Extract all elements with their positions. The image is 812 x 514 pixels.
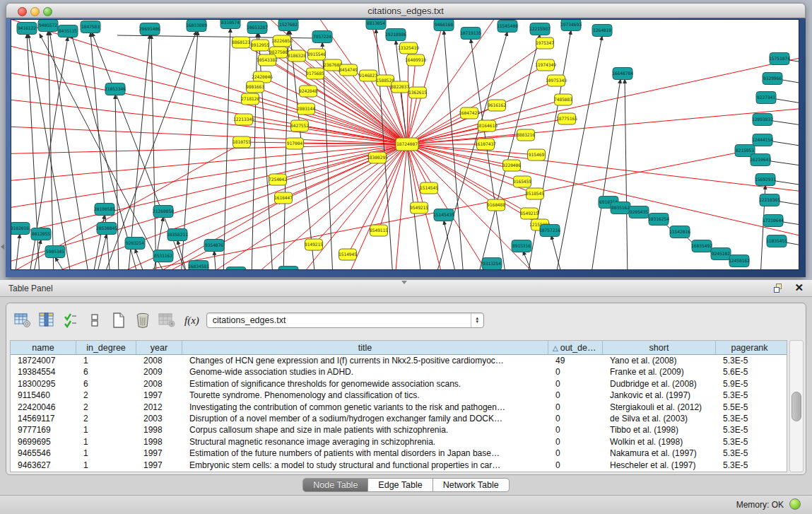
graph-node[interactable]: 1514545 xyxy=(420,182,438,194)
graph-node[interactable]: 20530845 xyxy=(96,223,117,235)
select-rows-icon[interactable] xyxy=(61,311,80,329)
graph-node[interactable]: 9220406 xyxy=(502,160,521,171)
table-cell[interactable]: 1 xyxy=(76,355,136,366)
table-row[interactable]: 946554611997Estimation of the future num… xyxy=(11,448,787,459)
graph-node[interactable]: 16107437 xyxy=(475,139,496,150)
graph-node[interactable]: 9416122 xyxy=(17,23,37,35)
table-cell[interactable]: 9115460 xyxy=(11,390,76,401)
table-cell[interactable]: 0 xyxy=(548,413,603,424)
graph-node[interactable]: 8912955 xyxy=(251,40,269,51)
graph-node[interactable]: 8883216 xyxy=(517,129,535,141)
graph-node[interactable]: 8012055 xyxy=(31,228,51,240)
graph-node[interactable]: 9149215 xyxy=(305,239,323,250)
table-cell[interactable]: 0 xyxy=(548,402,603,413)
graph-node[interactable]: 15751074 xyxy=(769,53,790,65)
table-cell[interactable]: 19384554 xyxy=(11,366,76,378)
graph-node[interactable]: 9616162 xyxy=(488,100,506,111)
table-cell[interactable]: 5.3E-5 xyxy=(716,424,783,436)
graph-node[interactable]: 9146821 xyxy=(359,70,377,81)
graph-node[interactable]: 16409910 xyxy=(405,54,426,66)
table-cell[interactable]: Jankovic et al. (1997) xyxy=(603,390,716,401)
table-cell[interactable]: 2009 xyxy=(136,366,182,378)
table-row[interactable]: 1830029562008Estimation of significance … xyxy=(11,378,787,390)
graph-node[interactable]: 1514945 xyxy=(339,249,357,260)
graph-node[interactable]: 12210365 xyxy=(759,194,780,206)
table-cell[interactable]: 9465546 xyxy=(11,448,76,459)
table-cell[interactable]: 0 xyxy=(548,460,603,471)
graph-node[interactable]: 11974349 xyxy=(535,59,556,71)
graph-node[interactable]: 9160488 xyxy=(487,199,505,211)
graph-node[interactable]: 7857224 xyxy=(312,31,332,43)
column-header-title[interactable]: title xyxy=(182,341,548,354)
graph-node[interactable]: 7254042 xyxy=(269,174,287,185)
table-cell[interactable]: 1997 xyxy=(136,460,182,471)
table-cell[interactable]: Nakamura et al. (1997) xyxy=(603,448,716,459)
graph-node[interactable]: 10653287 xyxy=(247,22,268,34)
table-cell[interactable]: Wolkin et al. (1998) xyxy=(603,436,716,448)
table-cell[interactable]: Investigating the contribution of common… xyxy=(182,402,548,413)
table-chooser-dropdown[interactable]: citations_edges.txt ▲▼ xyxy=(206,313,484,328)
table-row[interactable]: 946362711997Embryonic stem cells: a mode… xyxy=(11,460,787,471)
close-panel-icon[interactable]: ✕ xyxy=(794,281,804,294)
table-cell[interactable]: 1 xyxy=(76,424,136,436)
table-cell[interactable]: 5.3E-5 xyxy=(716,390,783,401)
table-cell[interactable]: 9463627 xyxy=(11,460,76,471)
graph-node[interactable]: 10316254 xyxy=(648,214,669,226)
panel-resize-handle-icon[interactable] xyxy=(401,281,407,284)
table-cell[interactable]: Genome-wide association studies in ADHD. xyxy=(182,366,548,378)
graph-node[interactable]: 5905345 xyxy=(45,246,65,258)
graph-node[interactable]: 19734693 xyxy=(560,20,582,31)
graph-node[interactable]: 9405572 xyxy=(38,20,58,32)
tab-edge-table[interactable]: Edge Table xyxy=(368,478,433,492)
graph-node[interactable]: 21053346 xyxy=(105,83,126,95)
table-row[interactable]: 1456911722003Disruption of a novel membe… xyxy=(11,413,787,424)
table-cell[interactable]: 5.5E-5 xyxy=(716,402,783,413)
graph-node[interactable]: 9203254 xyxy=(125,238,145,250)
table-vertical-scrollbar[interactable] xyxy=(789,340,804,472)
graph-node[interactable]: 16047427 xyxy=(459,107,480,119)
graph-node[interactable]: 9165459 xyxy=(513,176,531,187)
table-cell[interactable]: 9777169 xyxy=(11,424,76,436)
graph-node[interactable]: 16648784 xyxy=(612,68,633,80)
table-cell[interactable]: 18300295 xyxy=(11,378,76,390)
tab-node-table[interactable]: Node Table xyxy=(302,478,368,492)
graph-node[interactable]: 8518545 xyxy=(526,188,544,199)
table-cell[interactable]: 5.6E-5 xyxy=(716,366,783,378)
graph-node[interactable]: 18226058 xyxy=(271,35,293,47)
graph-node[interactable]: 16034581 xyxy=(188,261,209,271)
graph-node[interactable]: 20180585 xyxy=(94,204,115,216)
graph-node[interactable]: 8035162 xyxy=(611,202,630,214)
table-cell[interactable]: 5.3E-5 xyxy=(716,436,783,448)
column-header-short[interactable]: short xyxy=(603,341,716,354)
table-cell[interactable]: 1998 xyxy=(136,436,182,448)
graph-node[interactable]: 8860123 xyxy=(232,37,250,48)
graph-node[interactable]: 18724007 xyxy=(396,138,418,151)
table-row[interactable]: 1872400712008Changes of HCN gene express… xyxy=(11,355,787,366)
graph-node[interactable]: 8813054 xyxy=(366,20,386,30)
graph-node[interactable]: 17210644 xyxy=(763,215,784,227)
memory-status-indicator[interactable] xyxy=(789,498,801,510)
graph-node[interactable]: 8549215 xyxy=(520,208,539,219)
graph-node[interactable]: 9549215 xyxy=(410,202,428,214)
table-cell[interactable]: 5.9E-5 xyxy=(716,378,783,390)
table-cell[interactable]: 5.3E-5 xyxy=(716,460,783,471)
graph-node[interactable]: 9227343 xyxy=(756,92,776,104)
graph-node[interactable]: 1362615 xyxy=(408,87,427,98)
table-cell[interactable]: Estimation of the future numbers of pati… xyxy=(182,448,548,459)
graph-node[interactable]: 15145435 xyxy=(433,209,454,221)
table-cell[interactable]: 1997 xyxy=(136,390,182,401)
table-panel-titlebar[interactable]: Table Panel ✕ xyxy=(0,280,812,297)
table-cell[interactable]: Tourette syndrome. Phenomenology and cla… xyxy=(182,390,548,401)
table-cell[interactable]: Stergiakouli et al. (2012) xyxy=(603,402,716,413)
graph-node[interactable]: 9175685 xyxy=(306,68,324,79)
table-cell[interactable]: 6 xyxy=(76,378,136,390)
table-cell[interactable]: de Silva et al. (2003) xyxy=(603,413,716,424)
table-cell[interactable]: 6 xyxy=(76,366,136,378)
float-panel-icon[interactable] xyxy=(774,284,784,293)
graph-node[interactable]: 11035455 xyxy=(766,235,787,247)
column-header-out_de[interactable]: △out_de… xyxy=(548,341,603,354)
table-cell[interactable]: 1 xyxy=(76,460,136,471)
graph-node[interactable]: 2718120 xyxy=(241,93,259,105)
graph-node[interactable]: 1264019 xyxy=(592,25,612,37)
column-header-year[interactable]: year xyxy=(136,341,182,354)
